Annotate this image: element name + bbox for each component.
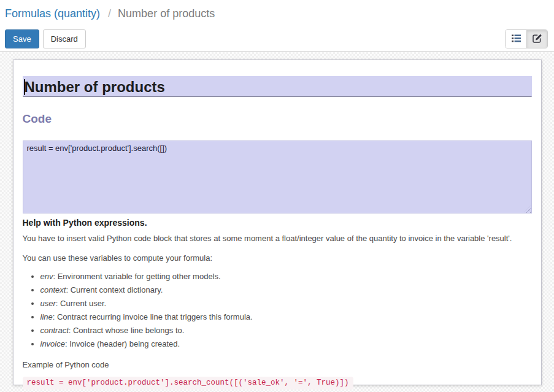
variable-description: : Current user. [56,299,106,308]
code-field-wrapper: result = env['product.product'].search([… [23,140,532,213]
breadcrumb-parent-link[interactable]: Formulas (quantity) [5,7,100,20]
variable-description: : Invoice (header) being created. [65,339,180,348]
sheet-background: Number of products Code result = env['pr… [0,52,554,392]
variable-name: context [40,285,66,294]
list-item: user: Current user. [40,298,532,309]
list-icon [512,34,521,44]
help-section: Help with Python expressions. You have t… [23,218,532,390]
title-value: Number of products [25,79,165,95]
list-item: context: Current context dictionary. [40,285,532,295]
breadcrumb-current: Number of products [118,7,215,20]
list-item: env: Environment variable for getting ot… [40,271,532,282]
save-button[interactable]: Save [5,29,39,48]
list-item: line: Contract recurring invoice line th… [40,312,532,322]
example-label: Example of Python code [23,359,532,370]
variable-name: env [40,272,53,281]
variable-name: user [40,299,56,308]
breadcrumb: Formulas (quantity) / Number of products [5,6,549,21]
help-intro-text: You have to insert valid Python code blo… [23,233,532,244]
code-input[interactable]: result = env['product.product'].search([… [23,140,532,213]
code-section-heading: Code [23,112,532,126]
control-panel: Formulas (quantity) / Number of products… [0,0,554,52]
discard-button[interactable]: Discard [43,29,86,48]
variable-description: : Environment variable for getting other… [53,272,220,281]
variable-description: : Current context dictionary. [66,285,163,294]
list-item: invoice: Invoice (header) being created. [40,339,532,349]
view-switcher [505,29,548,48]
variable-name: contract [40,326,69,335]
variable-description: : Contract whose line belongs to. [69,326,185,335]
example-code: result = env['product.product'].search_c… [23,377,353,390]
variable-name: line [40,312,53,321]
list-view-button[interactable] [506,30,526,48]
breadcrumb-separator: / [108,7,111,20]
edit-icon [533,34,542,45]
form-sheet: Number of products Code result = env['pr… [13,60,542,385]
variables-intro-text: You can use these variables to compute y… [23,253,532,263]
list-item: contract: Contract whose line belongs to… [40,325,532,336]
variable-description: : Contract recurring invoice line that t… [53,312,253,321]
toolbar: Save Discard [5,29,549,48]
variables-list: env: Environment variable for getting ot… [23,271,532,349]
form-view-button[interactable] [526,30,547,48]
help-heading: Help with Python expressions. [23,218,532,228]
variable-name: invoice [40,339,65,348]
title-input[interactable]: Number of products [23,76,532,97]
